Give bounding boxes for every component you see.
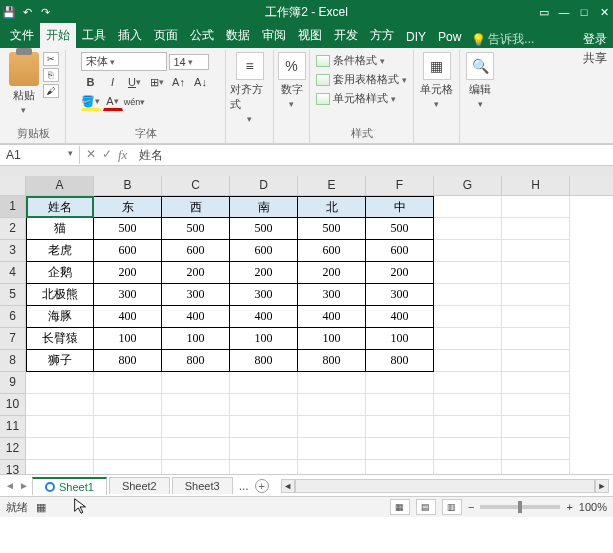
row-header-9[interactable]: 9 — [0, 372, 25, 394]
cell-B12[interactable] — [94, 438, 162, 460]
sheet-ellipsis[interactable]: ... — [235, 479, 253, 493]
cell-A12[interactable] — [26, 438, 94, 460]
share-button[interactable]: 共享 — [583, 50, 607, 67]
cell-B5[interactable]: 300 — [94, 284, 162, 306]
cell-F5[interactable]: 300 — [366, 284, 434, 306]
cell-A13[interactable] — [26, 460, 94, 474]
cell-A2[interactable]: 猫 — [26, 218, 94, 240]
macro-record-icon[interactable]: ▦ — [36, 501, 46, 514]
cell-G1[interactable] — [434, 196, 502, 218]
cell-D10[interactable] — [230, 394, 298, 416]
horizontal-scrollbar[interactable]: ◄ ► — [281, 479, 609, 493]
cell-H3[interactable] — [502, 240, 570, 262]
cell-H9[interactable] — [502, 372, 570, 394]
cell-H11[interactable] — [502, 416, 570, 438]
cell-B11[interactable] — [94, 416, 162, 438]
sheet-tab-1[interactable]: Sheet1 — [32, 477, 107, 495]
cell-G8[interactable] — [434, 350, 502, 372]
cell-D9[interactable] — [230, 372, 298, 394]
fx-cancel-icon[interactable]: ✕ — [86, 147, 96, 163]
col-header-C[interactable]: C — [162, 176, 230, 195]
redo-icon[interactable]: ↷ — [38, 5, 52, 19]
cut-icon[interactable]: ✂ — [43, 52, 59, 66]
cell-A10[interactable] — [26, 394, 94, 416]
tell-me[interactable]: 💡 告诉我... — [471, 31, 534, 48]
cell-B4[interactable]: 200 — [94, 262, 162, 284]
align-label[interactable]: 对齐方式 — [230, 82, 269, 112]
font-name-combo[interactable]: 宋体▾ — [81, 52, 167, 71]
cell-C9[interactable] — [162, 372, 230, 394]
cell-H4[interactable] — [502, 262, 570, 284]
view-pagelayout-icon[interactable]: ▤ — [416, 499, 436, 515]
row-header-13[interactable]: 13 — [0, 460, 25, 474]
cell-C1[interactable]: 西 — [162, 196, 230, 218]
cell-B2[interactable]: 500 — [94, 218, 162, 240]
tab-view[interactable]: 视图 — [292, 23, 328, 48]
cell-D5[interactable]: 300 — [230, 284, 298, 306]
cell-H10[interactable] — [502, 394, 570, 416]
name-box[interactable]: A1 ▾ — [0, 146, 80, 164]
format-as-table-button[interactable]: 套用表格格式▾ — [314, 71, 409, 88]
cell-D6[interactable]: 400 — [230, 306, 298, 328]
cells-label[interactable]: 单元格 — [420, 82, 453, 97]
cell-G11[interactable] — [434, 416, 502, 438]
cell-E5[interactable]: 300 — [298, 284, 366, 306]
cell-B8[interactable]: 800 — [94, 350, 162, 372]
cell-F2[interactable]: 500 — [366, 218, 434, 240]
cell-D7[interactable]: 100 — [230, 328, 298, 350]
tab-insert[interactable]: 插入 — [112, 23, 148, 48]
cell-H8[interactable] — [502, 350, 570, 372]
cell-C11[interactable] — [162, 416, 230, 438]
cell-D2[interactable]: 500 — [230, 218, 298, 240]
cell-A8[interactable]: 狮子 — [26, 350, 94, 372]
cell-E8[interactable]: 800 — [298, 350, 366, 372]
tab-review[interactable]: 审阅 — [256, 23, 292, 48]
cell-H1[interactable] — [502, 196, 570, 218]
tab-data[interactable]: 数据 — [220, 23, 256, 48]
percent-icon[interactable]: % — [278, 52, 306, 80]
phonetic-button[interactable]: wén▾ — [125, 93, 145, 111]
cell-E1[interactable]: 北 — [298, 196, 366, 218]
cell-F4[interactable]: 200 — [366, 262, 434, 284]
zoom-level[interactable]: 100% — [579, 501, 607, 513]
cell-C2[interactable]: 500 — [162, 218, 230, 240]
fx-icon[interactable]: fx — [118, 147, 127, 163]
cell-D13[interactable] — [230, 460, 298, 474]
scroll-right-icon[interactable]: ► — [595, 479, 609, 493]
sheet-tab-2[interactable]: Sheet2 — [109, 477, 170, 494]
row-header-11[interactable]: 11 — [0, 416, 25, 438]
cell-C12[interactable] — [162, 438, 230, 460]
row-header-10[interactable]: 10 — [0, 394, 25, 416]
copy-icon[interactable]: ⎘ — [43, 68, 59, 82]
fill-color-button[interactable]: 🪣▾ — [81, 93, 101, 111]
cell-F11[interactable] — [366, 416, 434, 438]
conditional-format-button[interactable]: 条件格式▾ — [314, 52, 409, 69]
grid[interactable]: ABCDEFGH 12345678910111213 姓名东西南北中猫50050… — [0, 176, 613, 474]
cell-A3[interactable]: 老虎 — [26, 240, 94, 262]
tab-next-icon[interactable]: ► — [18, 480, 30, 491]
cell-E13[interactable] — [298, 460, 366, 474]
cell-D1[interactable]: 南 — [230, 196, 298, 218]
cell-E2[interactable]: 500 — [298, 218, 366, 240]
tab-page[interactable]: 页面 — [148, 23, 184, 48]
cell-B13[interactable] — [94, 460, 162, 474]
cell-E11[interactable] — [298, 416, 366, 438]
row-headers[interactable]: 12345678910111213 — [0, 196, 26, 474]
fx-confirm-icon[interactable]: ✓ — [102, 147, 112, 163]
cell-F8[interactable]: 800 — [366, 350, 434, 372]
cell-E10[interactable] — [298, 394, 366, 416]
cell-H6[interactable] — [502, 306, 570, 328]
col-header-A[interactable]: A — [26, 176, 94, 195]
bold-button[interactable]: B — [81, 73, 101, 91]
row-header-4[interactable]: 4 — [0, 262, 25, 284]
cell-D3[interactable]: 600 — [230, 240, 298, 262]
cell-G2[interactable] — [434, 218, 502, 240]
cell-B10[interactable] — [94, 394, 162, 416]
quick-save-icon[interactable]: 💾 — [2, 5, 16, 19]
cell-D11[interactable] — [230, 416, 298, 438]
select-all-corner[interactable] — [0, 176, 26, 196]
edit-label[interactable]: 编辑 — [469, 82, 491, 97]
cell-C13[interactable] — [162, 460, 230, 474]
cell-F10[interactable] — [366, 394, 434, 416]
row-header-6[interactable]: 6 — [0, 306, 25, 328]
